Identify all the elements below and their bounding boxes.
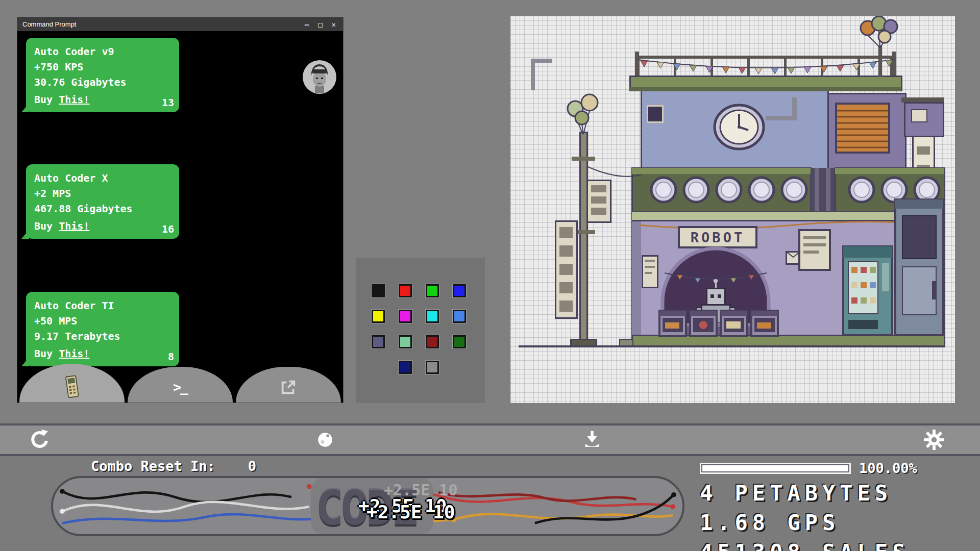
item-price: 30.76 Gigabytes <box>34 74 171 90</box>
combo-reset-value: 0 <box>248 458 256 474</box>
hud-panel: Combo Reset In:0 CODE +2.5E 10 +2.5E 10 … <box>0 456 980 551</box>
refresh-icon <box>29 429 51 451</box>
ball-button[interactable] <box>313 428 337 452</box>
external-link-icon <box>280 379 297 396</box>
shop-item-bubble[interactable]: Auto Coder TI +50 MPS 9.17 Terabytes Buy… <box>26 292 179 366</box>
color-swatch[interactable] <box>453 284 466 297</box>
buy-link[interactable]: This! <box>59 93 89 106</box>
stat-petabytes: 4 PETABYTES <box>700 481 917 506</box>
buy-label: Buy This! <box>34 218 89 234</box>
color-swatch[interactable] <box>426 335 439 348</box>
progress-bar <box>700 463 851 474</box>
progress-percent: 100.00% <box>859 460 917 476</box>
color-swatch[interactable] <box>399 335 412 348</box>
maximize-button[interactable]: □ <box>318 20 322 29</box>
close-button[interactable]: ✕ <box>332 20 336 29</box>
pixel-canvas[interactable]: ROBOT <box>510 16 955 403</box>
refresh-button[interactable] <box>28 428 52 452</box>
shop-item-bubble[interactable]: Auto Coder v9 +750 KPS 30.76 Gigabytes B… <box>26 38 179 112</box>
buy-link[interactable]: This! <box>59 347 89 360</box>
stat-sales: 451308 SALES <box>700 540 917 551</box>
color-swatch[interactable] <box>453 310 466 323</box>
empty-cell <box>453 361 466 374</box>
item-name: Auto Coder X <box>34 170 171 186</box>
item-price: 9.17 Terabytes <box>34 329 171 344</box>
person-icon <box>303 60 336 94</box>
progress-bar-fill <box>702 465 848 471</box>
minimize-button[interactable]: – <box>305 20 309 29</box>
combo-reset-label: Combo Reset In:0 <box>91 458 256 474</box>
color-swatch[interactable] <box>426 284 439 297</box>
clock-graphic <box>715 105 764 149</box>
item-name: Auto Coder TI <box>34 298 171 313</box>
gear-icon <box>923 429 945 450</box>
phone-icon <box>62 371 82 400</box>
stats-block: 100.00% 4 PETABYTES 1.68 GPS 451308 SALE… <box>700 460 917 551</box>
ball-icon <box>315 430 335 449</box>
settings-button[interactable] <box>922 428 946 452</box>
color-swatch[interactable] <box>399 284 412 297</box>
item-count: 13 <box>162 95 174 110</box>
item-rate: +2 MPS <box>34 186 171 201</box>
item-rate: +750 KPS <box>34 59 171 74</box>
color-swatch[interactable] <box>399 361 412 374</box>
color-swatch[interactable] <box>453 335 466 348</box>
tab-external[interactable] <box>236 367 341 403</box>
item-price: 467.88 Gigabytes <box>34 201 171 216</box>
color-palette-panel <box>356 258 485 403</box>
terminal-icon: >_ <box>173 380 187 395</box>
color-swatch[interactable] <box>372 284 385 297</box>
empty-cell <box>372 361 385 374</box>
window-title: Command Prompt <box>22 20 76 28</box>
terminal-body: Auto Coder v9 +750 KPS 30.76 Gigabytes B… <box>17 31 343 403</box>
shop-item-bubble[interactable]: Auto Coder X +2 MPS 467.88 Gigabytes Buy… <box>26 164 179 239</box>
pixel-art-building: ROBOT <box>510 16 955 403</box>
color-swatch[interactable] <box>426 310 439 323</box>
buy-label: Buy This! <box>34 346 89 361</box>
tab-phone[interactable] <box>19 364 125 403</box>
tab-terminal[interactable]: >_ <box>128 367 233 403</box>
buy-link[interactable]: This! <box>59 220 89 232</box>
stat-gps: 1.68 GPS <box>700 510 917 535</box>
window-titlebar[interactable]: Command Prompt – □ ✕ <box>17 17 343 31</box>
item-count: 8 <box>168 349 174 364</box>
robot-sign-text: ROBOT <box>691 230 745 245</box>
item-name: Auto Coder v9 <box>34 44 171 59</box>
earnings-popup: +2.5E 10 <box>366 502 455 522</box>
item-count: 16 <box>162 221 174 237</box>
color-swatch[interactable] <box>372 335 385 348</box>
toolbar <box>0 423 980 456</box>
item-rate: +50 MPS <box>34 313 171 329</box>
buy-label: Buy This! <box>34 92 89 107</box>
avatar <box>303 60 336 94</box>
color-swatch[interactable] <box>372 310 385 323</box>
color-swatch[interactable] <box>399 310 412 323</box>
color-swatch[interactable] <box>426 361 439 374</box>
wire-minigame[interactable]: CODE +2.5E 10 +2.5E 10 +2.5E 10 <box>51 476 684 536</box>
download-icon <box>582 430 602 450</box>
download-button[interactable] <box>580 428 604 452</box>
command-prompt-window: Command Prompt – □ ✕ Auto Coder v9 +750 … <box>17 17 344 403</box>
